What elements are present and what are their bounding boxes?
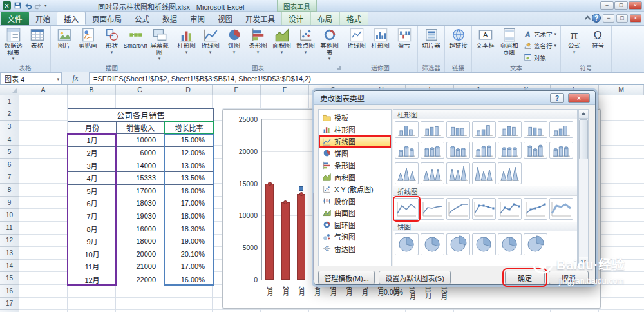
table-cell[interactable]: 17.00% bbox=[165, 260, 213, 273]
chart-type-thumbnail[interactable] bbox=[395, 121, 419, 138]
table-cell[interactable]: 13.50% bbox=[165, 172, 213, 185]
ribbon-button[interactable]: 形状▾ bbox=[100, 26, 124, 63]
table-cell[interactable]: 14000 bbox=[117, 159, 165, 172]
ribbon-button[interactable]: 超链接 bbox=[446, 26, 470, 63]
ribbon-button[interactable]: 其他图表▾ bbox=[317, 26, 341, 63]
table-cell[interactable]: 4月 bbox=[68, 172, 117, 185]
chart-category-item[interactable]: 条形图 bbox=[319, 159, 391, 171]
chart-type-thumbnail[interactable] bbox=[446, 233, 470, 255]
table-cell[interactable]: 15.00% bbox=[165, 134, 213, 147]
chart-type-thumbnail[interactable] bbox=[498, 142, 522, 159]
ribbon-button[interactable]: 柱形图 bbox=[368, 26, 392, 63]
chart-type-thumbnail[interactable] bbox=[498, 198, 522, 220]
chart-type-thumbnail[interactable] bbox=[524, 142, 547, 159]
ribbon-button[interactable]: 屏幕截图▾ bbox=[147, 26, 171, 63]
minimize-icon[interactable]: − bbox=[603, 14, 614, 23]
row-header[interactable]: 13 bbox=[0, 247, 19, 260]
undo-icon[interactable] bbox=[24, 1, 32, 10]
chart-type-thumbnail[interactable] bbox=[395, 198, 419, 220]
table-cell[interactable]: 18.00% bbox=[165, 210, 213, 223]
select-all-corner[interactable] bbox=[0, 85, 19, 95]
scrollbar-thumb[interactable] bbox=[579, 119, 588, 159]
table-cell[interactable]: 11月 bbox=[68, 260, 117, 273]
chart-bar[interactable] bbox=[265, 184, 274, 280]
ribbon-button[interactable]: 表格 bbox=[25, 26, 49, 63]
table-cell[interactable]: 6000 bbox=[117, 147, 165, 160]
ribbon-tab[interactable]: 公式 bbox=[128, 12, 156, 25]
table-cell[interactable]: 18000 bbox=[117, 235, 165, 248]
table-cell[interactable]: 10月 bbox=[68, 248, 117, 261]
row-header[interactable]: 14 bbox=[0, 260, 19, 273]
row-header[interactable]: 11 bbox=[0, 222, 19, 235]
ribbon-button[interactable]: 柱形图▾ bbox=[175, 26, 198, 63]
chart-type-thumbnail[interactable] bbox=[421, 233, 444, 255]
chart-type-thumbnail[interactable] bbox=[498, 121, 522, 138]
scroll-up-icon[interactable] bbox=[579, 110, 588, 119]
column-header[interactable]: C bbox=[116, 85, 164, 95]
row-header[interactable]: 1 bbox=[0, 95, 19, 108]
dialog-launcher-icon[interactable] bbox=[336, 65, 341, 70]
chart-type-thumbnail[interactable] bbox=[524, 198, 547, 220]
ribbon-button[interactable]: 折线图 bbox=[345, 26, 368, 63]
ribbon-button[interactable]: π公式▾ bbox=[562, 26, 586, 63]
ribbon-button[interactable]: 条形图▾ bbox=[246, 26, 270, 63]
chart-category-item[interactable]: 股价图 bbox=[319, 195, 391, 208]
table-cell[interactable]: 15333 bbox=[117, 172, 165, 185]
minimize-icon[interactable]: − bbox=[600, 1, 614, 10]
ribbon-button[interactable]: 散点图▾ bbox=[294, 26, 317, 63]
chart-type-thumbnail[interactable] bbox=[446, 121, 470, 138]
table-header-cell[interactable]: 月份 bbox=[68, 122, 117, 135]
table-cell[interactable]: 3月 bbox=[68, 159, 117, 172]
set-default-button[interactable]: 设置为默认图表(S) bbox=[379, 271, 451, 284]
ribbon-button[interactable]: 面积图▾ bbox=[270, 26, 294, 63]
table-cell[interactable]: 6月 bbox=[68, 197, 117, 210]
chart-type-thumbnail[interactable] bbox=[472, 198, 496, 220]
table-cell[interactable]: 16.00% bbox=[165, 185, 213, 198]
table-cell[interactable]: 22000 bbox=[117, 273, 165, 286]
chart-type-thumbnail[interactable] bbox=[421, 142, 444, 159]
chart-type-thumbnail[interactable] bbox=[549, 142, 573, 159]
row-header[interactable]: 7 bbox=[0, 171, 19, 184]
maximize-icon[interactable]: □ bbox=[614, 1, 628, 10]
table-cell[interactable]: 17000 bbox=[117, 185, 165, 198]
table-cell[interactable]: 18030 bbox=[117, 197, 165, 210]
table-cell[interactable]: 8月 bbox=[68, 222, 117, 235]
table-cell[interactable]: 19.00% bbox=[165, 235, 213, 248]
ribbon-tab[interactable]: 审阅 bbox=[184, 12, 211, 25]
manage-templates-button[interactable]: 管理模板(M)... bbox=[318, 271, 375, 284]
row-header[interactable]: 3 bbox=[0, 121, 19, 133]
table-header-cell[interactable]: 销售收入 bbox=[117, 122, 165, 135]
chart-category-item[interactable]: 圆环图 bbox=[319, 219, 391, 231]
column-header[interactable]: B bbox=[68, 85, 116, 95]
table-cell[interactable]: 17.00% bbox=[165, 197, 213, 210]
ribbon-tab[interactable]: 页面布局 bbox=[86, 12, 128, 25]
column-header[interactable]: D bbox=[164, 85, 213, 95]
ribbon-button[interactable]: 饼图▾ bbox=[222, 26, 246, 63]
ribbon-tab[interactable]: 视图 bbox=[211, 12, 239, 25]
dialog-scrollbar[interactable] bbox=[578, 109, 589, 266]
table-cell[interactable]: 16.00% bbox=[165, 273, 213, 286]
chart-type-thumbnail[interactable] bbox=[472, 121, 496, 138]
ribbon-button[interactable]: A艺术字▾ bbox=[521, 28, 559, 39]
table-cell[interactable]: 5月 bbox=[68, 185, 117, 198]
chart-type-thumbnail[interactable] bbox=[472, 162, 496, 184]
redo-icon[interactable] bbox=[34, 1, 43, 10]
table-cell[interactable]: 12.00% bbox=[165, 147, 213, 160]
chart-type-thumbnail[interactable] bbox=[524, 233, 547, 255]
chart-category-item[interactable]: 折线图 bbox=[319, 135, 391, 148]
table-cell[interactable]: 16000 bbox=[117, 222, 165, 235]
chart-type-thumbnail[interactable] bbox=[395, 233, 419, 255]
ribbon-button[interactable]: 对象 bbox=[521, 52, 559, 63]
ribbon-contextual-tab[interactable]: 格式 bbox=[339, 12, 368, 25]
ribbon-tab[interactable]: 开始 bbox=[29, 12, 57, 25]
ribbon-tab[interactable]: 数据 bbox=[156, 12, 184, 25]
table-cell[interactable]: 19030 bbox=[117, 210, 165, 223]
table-cell[interactable]: 20000 bbox=[117, 248, 165, 261]
chart-category-item[interactable]: 面积图 bbox=[319, 171, 391, 184]
dialog-help-icon[interactable]: ? bbox=[550, 93, 564, 103]
chart-type-thumbnail[interactable] bbox=[395, 142, 419, 159]
chart-type-thumbnail[interactable] bbox=[549, 198, 573, 220]
chart-type-thumbnail[interactable] bbox=[395, 162, 419, 184]
table-cell[interactable]: 10000 bbox=[117, 134, 165, 147]
table-cell[interactable]: 2月 bbox=[68, 147, 117, 160]
